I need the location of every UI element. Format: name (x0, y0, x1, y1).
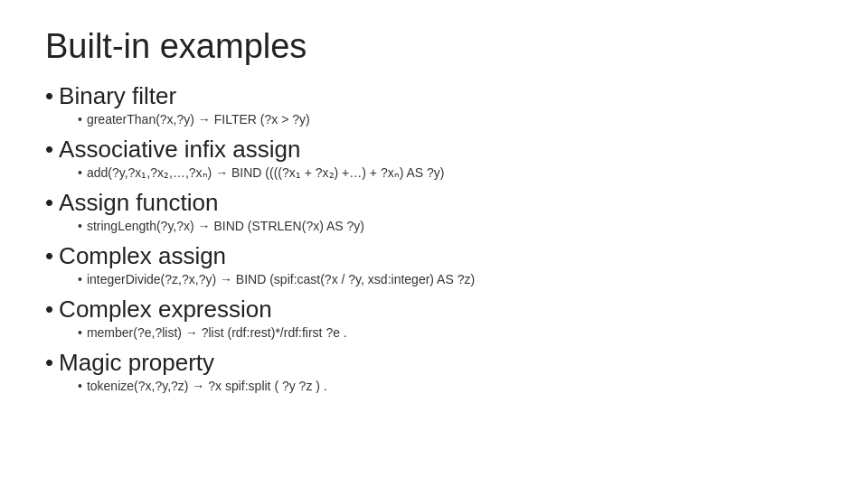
section-header-binary-filter-text: Binary filter (59, 82, 176, 110)
sub-item-magic-property: tokenize(?x,?y,?z) → ?x spif:split ( ?y … (78, 379, 823, 393)
section-header-magic-property-text: Magic property (59, 349, 214, 377)
section-complex-expression: Complex expression member(?e,?list) → ?l… (45, 296, 823, 340)
section-binary-filter: Binary filter greaterThan(?x,?y) → FILTE… (45, 82, 823, 127)
sub-text-assign-function: stringLength(?y,?x) → BIND (STRLEN(?x) A… (87, 219, 364, 233)
section-header-complex-expression: Complex expression (45, 296, 823, 324)
sub-item-complex-expression: member(?e,?list) → ?list (rdf:rest)*/rdf… (78, 325, 823, 340)
section-header-associative-infix-text: Associative infix assign (59, 136, 300, 164)
section-header-magic-property: Magic property (45, 349, 823, 377)
section-header-assign-function: Assign function (45, 189, 823, 217)
sub-item-assign-function: stringLength(?y,?x) → BIND (STRLEN(?x) A… (78, 219, 823, 233)
sub-text-magic-property: tokenize(?x,?y,?z) → ?x spif:split ( ?y … (87, 379, 327, 393)
sub-item-binary-filter: greaterThan(?x,?y) → FILTER (?x > ?y) (78, 112, 823, 127)
section-assign-function: Assign function stringLength(?y,?x) → BI… (45, 189, 823, 233)
sub-item-associative-infix: add(?y,?x₁,?x₂,…,?xₙ) → BIND ((((?x₁ + ?… (78, 165, 823, 180)
page-title: Built-in examples (45, 27, 823, 66)
section-associative-infix: Associative infix assign add(?y,?x₁,?x₂,… (45, 136, 823, 180)
sub-text-associative-infix: add(?y,?x₁,?x₂,…,?xₙ) → BIND ((((?x₁ + ?… (87, 165, 445, 180)
sub-item-complex-assign: integerDivide(?z,?x,?y) → BIND (spif:cas… (78, 272, 823, 286)
section-header-complex-assign-text: Complex assign (59, 242, 226, 270)
sections-list: Binary filter greaterThan(?x,?y) → FILTE… (45, 82, 823, 393)
section-header-associative-infix: Associative infix assign (45, 136, 823, 164)
section-header-complex-expression-text: Complex expression (59, 296, 272, 324)
sub-text-complex-assign: integerDivide(?z,?x,?y) → BIND (spif:cas… (87, 272, 475, 286)
section-magic-property: Magic property tokenize(?x,?y,?z) → ?x s… (45, 349, 823, 393)
sub-text-binary-filter: greaterThan(?x,?y) → FILTER (?x > ?y) (87, 112, 310, 127)
section-header-binary-filter: Binary filter (45, 82, 823, 110)
section-header-complex-assign: Complex assign (45, 242, 823, 270)
sub-text-complex-expression: member(?e,?list) → ?list (rdf:rest)*/rdf… (87, 325, 347, 340)
section-complex-assign: Complex assign integerDivide(?z,?x,?y) →… (45, 242, 823, 286)
section-header-assign-function-text: Assign function (59, 189, 218, 217)
